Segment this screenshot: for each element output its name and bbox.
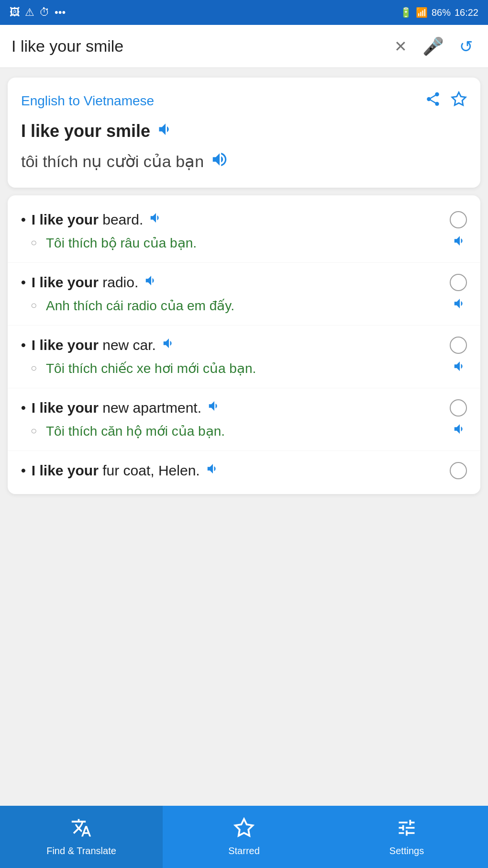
radio-button[interactable] xyxy=(450,337,467,354)
example-item: • I like your radio. ○ Anh thích cái rad… xyxy=(8,263,480,326)
status-bar: 🖼 ⚠ ⏱ ••• 🔋 📶 86% 16:22 xyxy=(0,0,488,25)
example-en-text: I like your new car. xyxy=(32,337,156,353)
example-item: • I like your new apartment. ○ Tôi thích… xyxy=(8,388,480,451)
examples-card: • I like your beard. ○ Tôi thích bộ râu … xyxy=(8,195,480,494)
radio-button[interactable] xyxy=(450,274,467,291)
translation-card: English to Vietnamese I like your smile xyxy=(8,78,480,188)
example-vietnamese: ○ Anh thích cái radio của em đấy. xyxy=(21,296,467,315)
radio-button[interactable] xyxy=(450,211,467,228)
example-en-text: I like your beard. xyxy=(32,212,143,228)
microphone-icon[interactable]: 🎤 xyxy=(419,33,448,60)
example-speaker-icon[interactable] xyxy=(162,336,176,354)
status-left-icons: 🖼 ⚠ ⏱ ••• xyxy=(10,6,66,19)
warning-icon: ⚠ xyxy=(25,6,34,19)
starred-icon xyxy=(233,817,255,843)
example-english: • I like your new apartment. xyxy=(21,399,467,417)
star-icon[interactable] xyxy=(451,91,467,111)
clock: 16:22 xyxy=(455,7,478,18)
status-right-info: 🔋 📶 86% 16:22 xyxy=(400,7,478,18)
search-query: I like your smile xyxy=(11,37,383,56)
history-icon[interactable]: ↺ xyxy=(455,33,477,60)
example-speaker-icon[interactable] xyxy=(144,273,158,292)
example-en-text: I like your new apartment. xyxy=(32,400,201,416)
vn-speaker-icon[interactable] xyxy=(453,296,467,315)
translate-icon xyxy=(71,817,92,843)
battery-percent: 86% xyxy=(432,7,451,18)
image-icon: 🖼 xyxy=(10,6,20,19)
sub-bullet: ○ xyxy=(31,425,40,437)
bullet: • xyxy=(21,400,26,416)
sub-bullet: ○ xyxy=(31,299,40,312)
radio-button[interactable] xyxy=(450,399,467,417)
example-item: • I like your beard. ○ Tôi thích bộ râu … xyxy=(8,200,480,263)
bullet: • xyxy=(21,275,26,290)
example-item-partial: • I like your fur coat, Helen. xyxy=(8,451,480,489)
settings-label: Settings xyxy=(389,845,424,857)
bullet: • xyxy=(21,338,26,353)
settings-icon xyxy=(396,817,417,843)
source-text: I like your smile xyxy=(21,121,467,142)
translated-text: tôi thích nụ cười của bạn xyxy=(21,150,467,172)
vn-speaker-icon[interactable] xyxy=(453,359,467,377)
vn-speaker-icon[interactable] xyxy=(453,234,467,252)
example-item: • I like your new car. ○ Tôi thích chiếc… xyxy=(8,326,480,388)
vn-speaker-icon[interactable] xyxy=(453,422,467,440)
language-label: English to Vietnamese xyxy=(21,93,154,109)
example-en-text: I like your fur coat, Helen. xyxy=(32,462,200,479)
bottom-navigation: Find & Translate Starred Settings xyxy=(0,806,488,868)
card-actions xyxy=(425,91,467,111)
wifi-icon: 📶 xyxy=(416,7,428,18)
nav-starred[interactable]: Starred xyxy=(163,806,325,868)
example-english: • I like your radio. xyxy=(21,273,467,292)
timer-icon: ⏱ xyxy=(39,6,50,19)
example-speaker-icon[interactable] xyxy=(149,211,163,229)
sub-bullet: ○ xyxy=(31,362,40,374)
sub-bullet: ○ xyxy=(31,237,40,249)
bullet: • xyxy=(21,463,26,478)
nav-settings[interactable]: Settings xyxy=(325,806,488,868)
starred-label: Starred xyxy=(228,845,260,857)
example-english: • I like your new car. xyxy=(21,336,467,354)
example-vietnamese: ○ Tôi thích bộ râu của bạn. xyxy=(21,234,467,252)
card-header: English to Vietnamese xyxy=(21,91,467,111)
dots-icon: ••• xyxy=(55,6,66,19)
example-english-left: • I like your radio. xyxy=(21,273,158,292)
example-vietnamese: ○ Tôi thích chiếc xe hơi mới của bạn. xyxy=(21,359,467,377)
search-bar: I like your smile ✕ 🎤 ↺ xyxy=(0,25,488,68)
clear-icon[interactable]: ✕ xyxy=(390,34,411,59)
example-english-left: • I like your beard. xyxy=(21,211,163,229)
example-english-left: • I like your fur coat, Helen. xyxy=(21,462,220,480)
battery-icon: 🔋 xyxy=(400,7,412,18)
example-english-left: • I like your new apartment. xyxy=(21,399,222,417)
radio-button[interactable] xyxy=(450,462,467,479)
example-english-left: • I like your new car. xyxy=(21,336,176,354)
source-speaker-icon[interactable] xyxy=(157,121,174,142)
main-content: English to Vietnamese I like your smile xyxy=(0,68,488,578)
example-speaker-icon[interactable] xyxy=(207,399,222,417)
find-translate-label: Find & Translate xyxy=(46,845,116,857)
example-speaker-icon[interactable] xyxy=(206,462,220,480)
translation-speaker-icon[interactable] xyxy=(211,150,229,172)
example-english: • I like your fur coat, Helen. xyxy=(21,462,467,480)
bullet: • xyxy=(21,212,26,227)
example-vietnamese: ○ Tôi thích căn hộ mới của bạn. xyxy=(21,422,467,440)
example-english: • I like your beard. xyxy=(21,211,467,229)
nav-find-translate[interactable]: Find & Translate xyxy=(0,806,163,868)
share-icon[interactable] xyxy=(425,91,441,111)
example-en-text: I like your radio. xyxy=(32,274,138,291)
